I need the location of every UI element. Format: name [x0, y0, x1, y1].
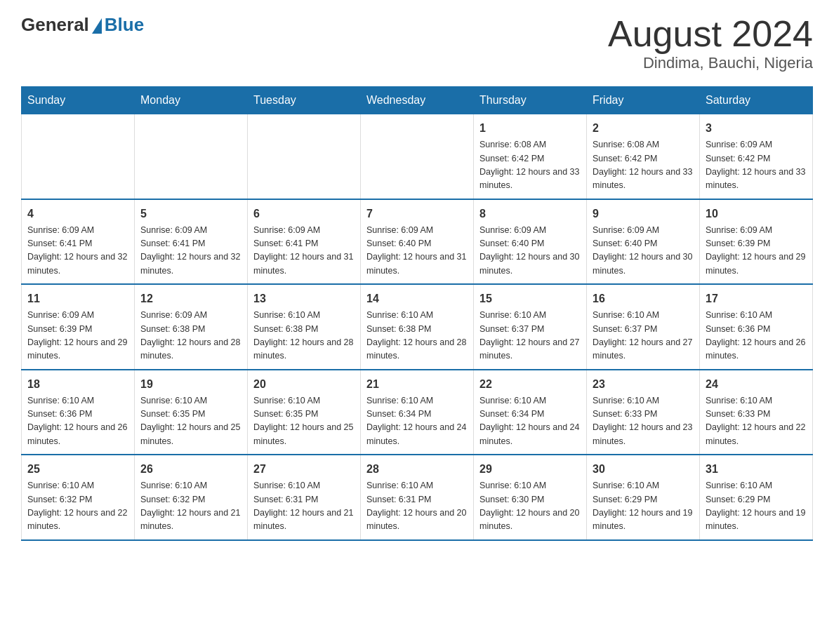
calendar-body: 1Sunrise: 6:08 AMSunset: 6:42 PMDaylight… [22, 114, 813, 540]
day-info: Sunrise: 6:10 AMSunset: 6:33 PMDaylight:… [593, 394, 694, 449]
day-info: Sunrise: 6:09 AMSunset: 6:39 PMDaylight:… [706, 224, 807, 279]
day-of-week-sunday: Sunday [22, 87, 135, 114]
day-of-week-wednesday: Wednesday [361, 87, 474, 114]
logo-text-general: General [21, 14, 89, 36]
calendar-cell: 24Sunrise: 6:10 AMSunset: 6:33 PMDayligh… [700, 370, 813, 455]
day-number: 9 [593, 206, 694, 222]
days-of-week-row: SundayMondayTuesdayWednesdayThursdayFrid… [22, 87, 813, 114]
day-of-week-saturday: Saturday [700, 87, 813, 114]
calendar-cell: 21Sunrise: 6:10 AMSunset: 6:34 PMDayligh… [361, 370, 474, 455]
day-info: Sunrise: 6:10 AMSunset: 6:31 PMDaylight:… [366, 479, 468, 534]
calendar-cell [22, 114, 135, 199]
day-number: 28 [366, 461, 468, 478]
calendar-cell: 9Sunrise: 6:09 AMSunset: 6:40 PMDaylight… [587, 199, 700, 285]
day-number: 10 [706, 206, 807, 222]
day-number: 11 [27, 290, 128, 307]
calendar-cell: 28Sunrise: 6:10 AMSunset: 6:31 PMDayligh… [361, 455, 474, 540]
day-number: 8 [479, 206, 581, 222]
calendar-cell: 1Sunrise: 6:08 AMSunset: 6:42 PMDaylight… [474, 114, 587, 199]
calendar-cell: 18Sunrise: 6:10 AMSunset: 6:36 PMDayligh… [22, 370, 135, 455]
day-number: 5 [140, 206, 241, 222]
calendar-cell: 31Sunrise: 6:10 AMSunset: 6:29 PMDayligh… [700, 455, 813, 540]
day-info: Sunrise: 6:09 AMSunset: 6:41 PMDaylight:… [140, 224, 241, 279]
calendar-cell: 22Sunrise: 6:10 AMSunset: 6:34 PMDayligh… [474, 370, 587, 455]
day-info: Sunrise: 6:10 AMSunset: 6:36 PMDaylight:… [27, 394, 128, 449]
day-info: Sunrise: 6:09 AMSunset: 6:41 PMDaylight:… [253, 224, 355, 279]
calendar-table: SundayMondayTuesdayWednesdayThursdayFrid… [21, 86, 813, 541]
calendar-cell: 16Sunrise: 6:10 AMSunset: 6:37 PMDayligh… [587, 284, 700, 370]
calendar-cell: 13Sunrise: 6:10 AMSunset: 6:38 PMDayligh… [248, 284, 361, 370]
calendar-cell: 26Sunrise: 6:10 AMSunset: 6:32 PMDayligh… [135, 455, 248, 540]
calendar-cell: 6Sunrise: 6:09 AMSunset: 6:41 PMDaylight… [248, 199, 361, 285]
day-number: 1 [479, 120, 581, 137]
calendar-cell: 11Sunrise: 6:09 AMSunset: 6:39 PMDayligh… [22, 284, 135, 370]
day-info: Sunrise: 6:10 AMSunset: 6:35 PMDaylight:… [253, 394, 355, 449]
calendar-cell: 23Sunrise: 6:10 AMSunset: 6:33 PMDayligh… [587, 370, 700, 455]
calendar-cell: 12Sunrise: 6:09 AMSunset: 6:38 PMDayligh… [135, 284, 248, 370]
day-number: 21 [366, 376, 468, 393]
day-info: Sunrise: 6:10 AMSunset: 6:30 PMDaylight:… [479, 479, 581, 534]
day-number: 29 [479, 461, 581, 478]
calendar-cell: 2Sunrise: 6:08 AMSunset: 6:42 PMDaylight… [587, 114, 700, 199]
day-number: 22 [479, 376, 581, 393]
calendar-cell: 29Sunrise: 6:10 AMSunset: 6:30 PMDayligh… [474, 455, 587, 540]
calendar-cell: 3Sunrise: 6:09 AMSunset: 6:42 PMDaylight… [700, 114, 813, 199]
day-info: Sunrise: 6:09 AMSunset: 6:41 PMDaylight:… [27, 224, 128, 279]
day-number: 12 [140, 290, 241, 307]
day-info: Sunrise: 6:10 AMSunset: 6:38 PMDaylight:… [366, 309, 468, 363]
day-info: Sunrise: 6:10 AMSunset: 6:31 PMDaylight:… [253, 479, 355, 534]
day-info: Sunrise: 6:09 AMSunset: 6:40 PMDaylight:… [479, 224, 581, 279]
day-number: 6 [253, 206, 355, 222]
calendar-cell: 7Sunrise: 6:09 AMSunset: 6:40 PMDaylight… [361, 199, 474, 285]
calendar-cell: 20Sunrise: 6:10 AMSunset: 6:35 PMDayligh… [248, 370, 361, 455]
logo-text-blue: Blue [105, 14, 144, 36]
day-info: Sunrise: 6:10 AMSunset: 6:37 PMDaylight:… [479, 309, 581, 363]
day-number: 3 [706, 120, 807, 137]
day-number: 4 [27, 206, 128, 222]
calendar-cell: 5Sunrise: 6:09 AMSunset: 6:41 PMDaylight… [135, 199, 248, 285]
day-info: Sunrise: 6:10 AMSunset: 6:32 PMDaylight:… [27, 479, 128, 534]
calendar-header: SundayMondayTuesdayWednesdayThursdayFrid… [22, 87, 813, 114]
day-number: 31 [706, 461, 807, 478]
calendar-cell: 10Sunrise: 6:09 AMSunset: 6:39 PMDayligh… [700, 199, 813, 285]
calendar-cell: 14Sunrise: 6:10 AMSunset: 6:38 PMDayligh… [361, 284, 474, 370]
calendar-week-2: 4Sunrise: 6:09 AMSunset: 6:41 PMDaylight… [22, 199, 813, 285]
day-info: Sunrise: 6:10 AMSunset: 6:35 PMDaylight:… [140, 394, 241, 449]
day-info: Sunrise: 6:09 AMSunset: 6:40 PMDaylight:… [366, 224, 468, 279]
day-of-week-thursday: Thursday [474, 87, 587, 114]
logo-triangle-icon [92, 18, 102, 34]
calendar-cell [135, 114, 248, 199]
calendar-cell [361, 114, 474, 199]
day-number: 15 [479, 290, 581, 307]
calendar-cell: 27Sunrise: 6:10 AMSunset: 6:31 PMDayligh… [248, 455, 361, 540]
day-info: Sunrise: 6:09 AMSunset: 6:40 PMDaylight:… [593, 224, 694, 279]
calendar-title: August 2024 [608, 14, 813, 54]
page-header: General Blue August 2024 Dindima, Bauchi… [21, 14, 813, 72]
calendar-cell: 19Sunrise: 6:10 AMSunset: 6:35 PMDayligh… [135, 370, 248, 455]
day-number: 30 [593, 461, 694, 478]
calendar-cell: 15Sunrise: 6:10 AMSunset: 6:37 PMDayligh… [474, 284, 587, 370]
calendar-week-5: 25Sunrise: 6:10 AMSunset: 6:32 PMDayligh… [22, 455, 813, 540]
day-number: 25 [27, 461, 128, 478]
calendar-week-4: 18Sunrise: 6:10 AMSunset: 6:36 PMDayligh… [22, 370, 813, 455]
calendar-cell [248, 114, 361, 199]
day-number: 16 [593, 290, 694, 307]
day-number: 13 [253, 290, 355, 307]
calendar-week-1: 1Sunrise: 6:08 AMSunset: 6:42 PMDaylight… [22, 114, 813, 199]
day-info: Sunrise: 6:10 AMSunset: 6:29 PMDaylight:… [593, 479, 694, 534]
day-number: 26 [140, 461, 241, 478]
day-of-week-friday: Friday [587, 87, 700, 114]
day-info: Sunrise: 6:10 AMSunset: 6:38 PMDaylight:… [253, 309, 355, 363]
calendar-cell: 25Sunrise: 6:10 AMSunset: 6:32 PMDayligh… [22, 455, 135, 540]
day-info: Sunrise: 6:09 AMSunset: 6:39 PMDaylight:… [27, 309, 128, 363]
calendar-week-3: 11Sunrise: 6:09 AMSunset: 6:39 PMDayligh… [22, 284, 813, 370]
day-number: 24 [706, 376, 807, 393]
logo: General Blue [21, 14, 144, 36]
day-info: Sunrise: 6:10 AMSunset: 6:36 PMDaylight:… [706, 309, 807, 363]
day-number: 7 [366, 206, 468, 222]
day-info: Sunrise: 6:08 AMSunset: 6:42 PMDaylight:… [479, 138, 581, 193]
day-info: Sunrise: 6:10 AMSunset: 6:33 PMDaylight:… [706, 394, 807, 449]
day-number: 17 [706, 290, 807, 307]
day-info: Sunrise: 6:08 AMSunset: 6:42 PMDaylight:… [593, 138, 694, 193]
calendar-subtitle: Dindima, Bauchi, Nigeria [608, 54, 813, 72]
